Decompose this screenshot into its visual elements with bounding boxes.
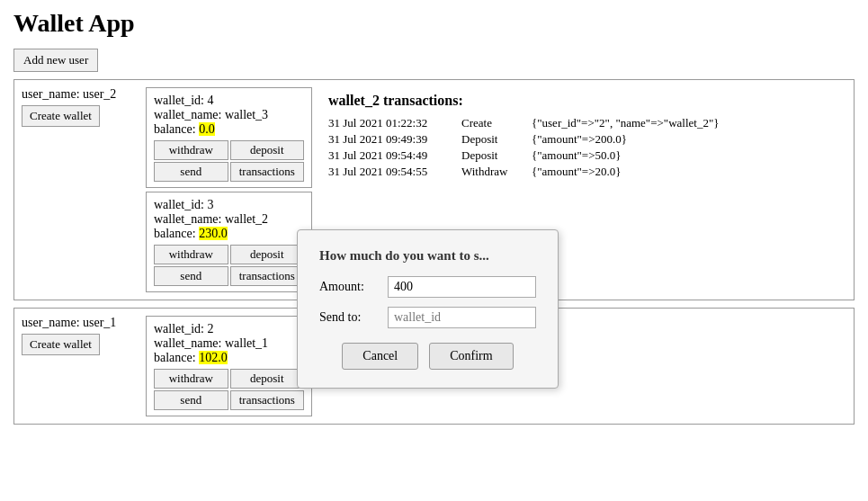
balance-value-2: 102.0 <box>199 351 228 364</box>
wallet-name-label-4: wallet_name: wallet_3 <box>154 108 304 122</box>
tx-date-1: 31 Jul 2021 09:49:39 <box>328 132 454 147</box>
tx-date-2: 31 Jul 2021 09:54:49 <box>328 148 454 163</box>
balance-text-3: balance: <box>154 227 199 240</box>
tx-data-3: {"amount"=>20.0} <box>532 165 622 179</box>
wallet-actions-3: withdraw deposit send transactions <box>154 245 304 286</box>
wallet-balance-3: balance: 230.0 <box>154 227 304 241</box>
balance-text-2: balance: <box>154 351 199 364</box>
create-wallet-button-user1[interactable]: Create wallet <box>22 334 100 355</box>
modal-actions: Cancel Confirm <box>319 343 536 370</box>
wallet-id-label-4: wallet_id: 4 <box>154 94 304 108</box>
transactions-button-3[interactable]: transactions <box>230 266 305 286</box>
modal-amount-field: Amount: <box>319 276 536 298</box>
wallet-balance-2: balance: 102.0 <box>154 351 304 365</box>
cancel-button[interactable]: Cancel <box>342 343 418 370</box>
balance-value-3: 230.0 <box>199 227 228 240</box>
add-user-button[interactable]: Add new user <box>13 49 98 72</box>
wallet-name-label-2: wallet_name: wallet_1 <box>154 336 304 351</box>
user-info-user2: user_name: user_2 Create wallet <box>22 87 139 292</box>
wallets-area-user2: wallet_id: 4 wallet_name: wallet_3 balan… <box>146 87 312 292</box>
wallet-id-label-3: wallet_id: 3 <box>154 198 304 212</box>
withdraw-button-4[interactable]: withdraw <box>154 140 228 160</box>
tx-date-3: 31 Jul 2021 09:54:55 <box>328 165 454 179</box>
send-to-label: Send to: <box>319 310 382 325</box>
deposit-button-4[interactable]: deposit <box>230 140 305 160</box>
wallet-card-2: wallet_id: 2 wallet_name: wallet_1 balan… <box>146 316 312 416</box>
transactions-button-2[interactable]: transactions <box>230 390 305 410</box>
username-label-user2: user_name: user_2 <box>22 87 139 102</box>
amount-input[interactable] <box>388 276 536 298</box>
wallet-name-label-3: wallet_name: wallet_2 <box>154 212 304 227</box>
create-wallet-button-user2[interactable]: Create wallet <box>22 105 100 127</box>
wallet-card-4: wallet_id: 4 wallet_name: wallet_3 balan… <box>146 87 312 188</box>
withdraw-button-3[interactable]: withdraw <box>154 245 228 264</box>
wallets-area-user1: wallet_id: 2 wallet_name: wallet_1 balan… <box>146 316 312 416</box>
tx-type-0: Create <box>461 116 524 130</box>
tx-data-0: {"user_id"=>"2", "name"=>"wallet_2"} <box>532 116 719 130</box>
tx-type-1: Deposit <box>461 132 524 147</box>
add-user-row: Add new user <box>0 45 868 79</box>
modal-title: How much do you want to s... <box>319 248 536 264</box>
transactions-list: 31 Jul 2021 01:22:32 Create {"user_id"=>… <box>328 116 837 179</box>
tx-date-0: 31 Jul 2021 01:22:32 <box>328 116 454 130</box>
user-info-user1: user_name: user_1 Create wallet <box>22 316 139 416</box>
tx-row-1: 31 Jul 2021 09:49:39 Deposit {"amount"=>… <box>328 132 837 147</box>
balance-text-4: balance: <box>154 122 199 136</box>
tx-row-2: 31 Jul 2021 09:54:49 Deposit {"amount"=>… <box>328 148 837 163</box>
tx-row-0: 31 Jul 2021 01:22:32 Create {"user_id"=>… <box>328 116 837 130</box>
send-button-3[interactable]: send <box>154 266 228 286</box>
wallet-balance-4: balance: 0.0 <box>154 122 304 137</box>
tx-row-3: 31 Jul 2021 09:54:55 Withdraw {"amount"=… <box>328 165 837 179</box>
deposit-button-2[interactable]: deposit <box>230 369 305 389</box>
username-label-user1: user_name: user_1 <box>22 316 139 330</box>
wallet-actions-2: withdraw deposit send transactions <box>154 369 304 410</box>
wallet-card-3: wallet_id: 3 wallet_name: wallet_2 balan… <box>146 192 312 292</box>
transactions-title: wallet_2 transactions: <box>328 93 837 109</box>
app-title: Wallet App <box>0 0 868 45</box>
balance-value-4: 0.0 <box>199 122 215 136</box>
confirm-button[interactable]: Confirm <box>429 343 513 370</box>
amount-label: Amount: <box>319 280 382 294</box>
tx-type-2: Deposit <box>461 148 524 163</box>
transactions-button-4[interactable]: transactions <box>230 162 305 182</box>
send-to-input[interactable] <box>388 307 536 328</box>
send-modal: How much do you want to s... Amount: Sen… <box>297 229 559 389</box>
tx-type-3: Withdraw <box>461 165 524 179</box>
tx-data-1: {"amount"=>200.0} <box>532 132 627 147</box>
tx-data-2: {"amount"=>50.0} <box>532 148 622 163</box>
wallet-actions-4: withdraw deposit send transactions <box>154 140 304 182</box>
withdraw-button-2[interactable]: withdraw <box>154 369 228 389</box>
modal-send-to-field: Send to: <box>319 307 536 328</box>
wallet-id-label-2: wallet_id: 2 <box>154 322 304 336</box>
send-button-2[interactable]: send <box>154 390 228 410</box>
deposit-button-3[interactable]: deposit <box>230 245 305 264</box>
send-button-4[interactable]: send <box>154 162 228 182</box>
